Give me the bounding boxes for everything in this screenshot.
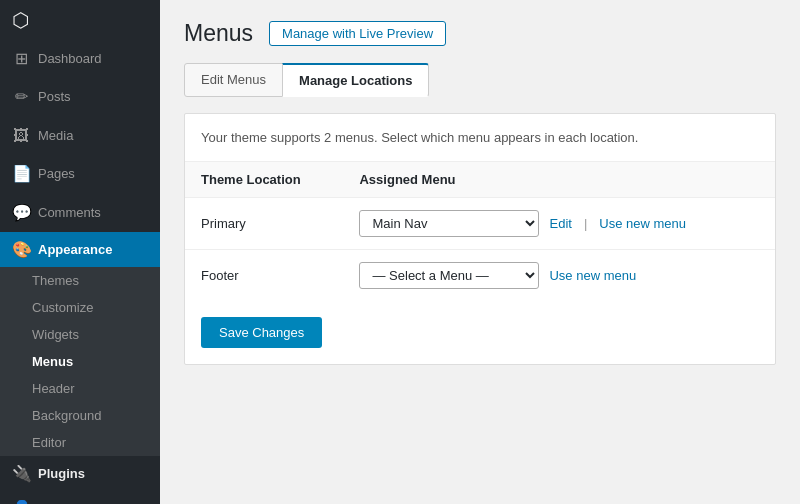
pages-icon: 📄: [12, 163, 30, 185]
sidebar-item-background[interactable]: Background: [0, 402, 160, 429]
appearance-submenu: Themes Customize Widgets Menus Header Ba…: [0, 267, 160, 456]
sidebar-item-posts[interactable]: ✏ Posts: [0, 78, 160, 116]
page-title: Menus: [184, 20, 253, 47]
use-new-menu-footer-link[interactable]: Use new menu: [549, 268, 636, 283]
col-theme-location: Theme Location: [185, 162, 343, 198]
sidebar-label-header: Header: [32, 381, 75, 396]
table-row: Footer — Select a Menu — Main Nav Footer…: [185, 250, 775, 302]
sidebar-item-dashboard[interactable]: ⊞ Dashboard: [0, 40, 160, 78]
wp-logo-icon: ⬡: [12, 8, 29, 32]
col-assigned-menu: Assigned Menu: [343, 162, 775, 198]
sidebar-label-background: Background: [32, 408, 101, 423]
sidebar-label-dashboard: Dashboard: [38, 50, 102, 68]
wp-logo: ⬡: [0, 0, 160, 40]
sidebar-item-editor[interactable]: Editor: [0, 429, 160, 456]
sidebar-item-media[interactable]: 🖼 Media: [0, 117, 160, 155]
sidebar-label-themes: Themes: [32, 273, 79, 288]
info-text: Your theme supports 2 menus. Select whic…: [185, 114, 775, 162]
location-primary: Primary: [201, 216, 246, 231]
sidebar-label-appearance: Appearance: [38, 242, 112, 257]
sidebar-label-posts: Posts: [38, 88, 71, 106]
sidebar-label-pages: Pages: [38, 165, 75, 183]
main-content: Menus Manage with Live Preview Edit Menu…: [160, 0, 800, 504]
users-icon: 👤: [12, 499, 30, 504]
sidebar-label-comments: Comments: [38, 204, 101, 222]
footer-menu-wrap: — Select a Menu — Main Nav Footer Menu U…: [359, 262, 759, 289]
link-separator: |: [584, 216, 587, 231]
appearance-icon: 🎨: [12, 240, 30, 259]
sidebar-item-widgets[interactable]: Widgets: [0, 321, 160, 348]
tab-manage-locations[interactable]: Manage Locations: [282, 63, 429, 97]
sidebar-label-plugins: Plugins: [38, 466, 85, 481]
sidebar: ⬡ ⊞ Dashboard ✏ Posts 🖼 Media 📄 Pages 💬 …: [0, 0, 160, 504]
save-changes-button[interactable]: Save Changes: [201, 317, 322, 348]
sidebar-label-editor: Editor: [32, 435, 66, 450]
footer-menu-select[interactable]: — Select a Menu — Main Nav Footer Menu: [359, 262, 539, 289]
tabs: Edit Menus Manage Locations: [184, 63, 776, 97]
sidebar-item-menus[interactable]: Menus: [0, 348, 160, 375]
live-preview-button[interactable]: Manage with Live Preview: [269, 21, 446, 46]
comments-icon: 💬: [12, 202, 30, 224]
edit-primary-link[interactable]: Edit: [549, 216, 571, 231]
sidebar-item-header[interactable]: Header: [0, 375, 160, 402]
posts-icon: ✏: [12, 86, 30, 108]
sidebar-item-themes[interactable]: Themes: [0, 267, 160, 294]
sidebar-label-menus: Menus: [32, 354, 73, 369]
sidebar-item-pages[interactable]: 📄 Pages: [0, 155, 160, 193]
sidebar-label-widgets: Widgets: [32, 327, 79, 342]
location-footer: Footer: [201, 268, 239, 283]
sidebar-label-customize: Customize: [32, 300, 93, 315]
sidebar-item-appearance[interactable]: 🎨 Appearance: [0, 232, 160, 267]
table-row: Primary Main Nav Footer Menu — Select a …: [185, 198, 775, 250]
use-new-menu-primary-link[interactable]: Use new menu: [599, 216, 686, 231]
sidebar-label-media: Media: [38, 127, 73, 145]
plugins-icon: 🔌: [12, 464, 30, 483]
save-button-wrap: Save Changes: [185, 301, 775, 364]
primary-menu-select[interactable]: Main Nav Footer Menu — Select a Menu —: [359, 210, 539, 237]
sidebar-item-comments[interactable]: 💬 Comments: [0, 194, 160, 232]
tab-edit-menus[interactable]: Edit Menus: [184, 63, 283, 97]
sidebar-item-plugins[interactable]: 🔌 Plugins: [0, 456, 160, 491]
primary-menu-wrap: Main Nav Footer Menu — Select a Menu — E…: [359, 210, 759, 237]
locations-table: Theme Location Assigned Menu Primary Mai…: [185, 162, 775, 301]
media-icon: 🖼: [12, 125, 30, 147]
sidebar-item-customize[interactable]: Customize: [0, 294, 160, 321]
content-area: Your theme supports 2 menus. Select whic…: [184, 113, 776, 365]
sidebar-item-users[interactable]: 👤 Users: [0, 491, 160, 504]
page-header: Menus Manage with Live Preview: [184, 20, 776, 47]
dashboard-icon: ⊞: [12, 48, 30, 70]
